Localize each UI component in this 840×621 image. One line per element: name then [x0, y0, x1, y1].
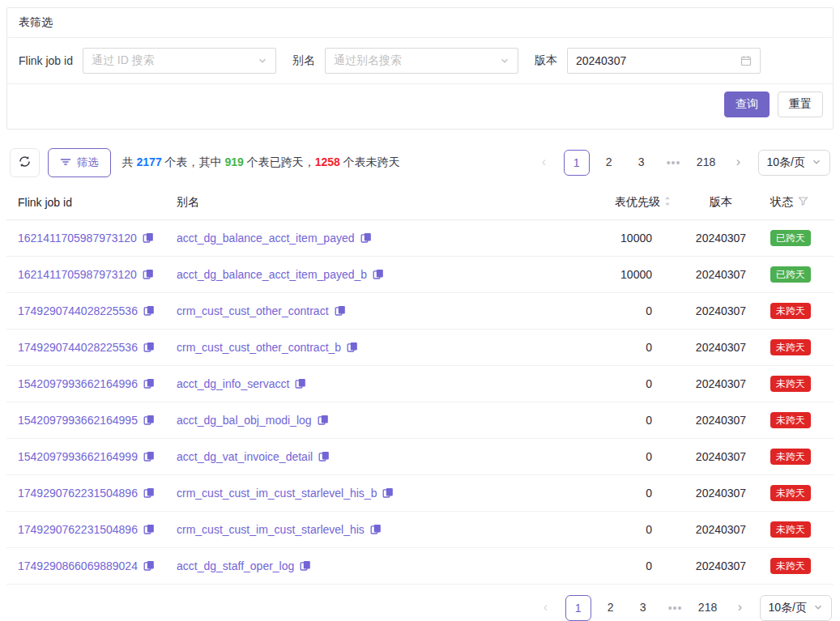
- column-priority-label: 表优先级: [615, 195, 660, 210]
- copy-job-id-icon[interactable]: [143, 305, 155, 317]
- copy-alias-icon[interactable]: [318, 415, 329, 426]
- job-id-link[interactable]: 1621411705987973120: [18, 232, 137, 245]
- priority-value: 0: [573, 439, 678, 475]
- version-label: 版本: [535, 53, 557, 68]
- job-id-link[interactable]: 1542097993662164996: [18, 377, 138, 390]
- table-row: 1749290762231504896 crm_cust_cust_im_cus…: [6, 512, 834, 548]
- job-id-link[interactable]: 1749290762231504896: [18, 523, 138, 536]
- page-button-last[interactable]: 218: [695, 595, 721, 621]
- pagination-bottom: ‹ 1 2 3 ••• 218 › 10条/页: [533, 595, 832, 621]
- alias-link[interactable]: acct_dg_info_servacct: [177, 377, 289, 390]
- column-priority[interactable]: 表优先级: [573, 185, 678, 220]
- page-size-select[interactable]: 10条/页: [758, 150, 830, 176]
- job-id-link[interactable]: 1542097993662164995: [18, 414, 138, 427]
- copy-alias-icon[interactable]: [318, 451, 330, 462]
- status-badge: 未跨天: [770, 485, 811, 501]
- job-id-link[interactable]: 1542097993662164999: [18, 450, 138, 463]
- copy-alias-icon[interactable]: [295, 378, 306, 389]
- copy-job-id-icon[interactable]: [143, 378, 155, 389]
- copy-job-id-icon[interactable]: [143, 451, 155, 462]
- next-page-button[interactable]: ›: [727, 595, 753, 621]
- page-button-last[interactable]: 218: [693, 150, 719, 176]
- job-id-link[interactable]: 1749290744028225536: [18, 341, 138, 354]
- page-button-1[interactable]: 1: [564, 150, 590, 176]
- page-button-2[interactable]: 2: [596, 150, 622, 176]
- copy-alias-icon[interactable]: [370, 524, 382, 535]
- page-button-2[interactable]: 2: [598, 595, 624, 621]
- alias-link[interactable]: crm_cust_cust_other_contract: [177, 304, 329, 317]
- job-id-link[interactable]: 1749290866069889024: [18, 559, 138, 572]
- copy-alias-icon[interactable]: [382, 487, 394, 499]
- refresh-button[interactable]: [10, 148, 40, 177]
- copy-alias-icon[interactable]: [300, 560, 311, 572]
- page-button-3[interactable]: 3: [630, 595, 656, 621]
- filter-fields-row: Flink job id 通过 ID 搜索 别名 通过别名搜索: [7, 38, 833, 84]
- status-badge: 未跨天: [770, 303, 811, 319]
- copy-job-id-icon[interactable]: [143, 342, 155, 353]
- page-button-3[interactable]: 3: [629, 150, 655, 176]
- filter-panel-title: 表筛选: [7, 8, 833, 38]
- status-badge: 未跨天: [770, 558, 811, 574]
- table-header-row: Flink job id 别名 表优先级 版本 状态: [6, 185, 834, 220]
- flink-job-id-select[interactable]: 通过 ID 搜索: [83, 48, 276, 74]
- copy-job-id-icon[interactable]: [143, 487, 155, 499]
- copy-job-id-icon[interactable]: [143, 560, 155, 572]
- reset-button[interactable]: 重置: [778, 91, 823, 117]
- version-value: 20240307: [678, 402, 759, 439]
- table-row: 1749290744028225536 crm_cust_cust_other_…: [6, 293, 834, 330]
- field-flink-job-id: Flink job id 通过 ID 搜索: [19, 48, 276, 74]
- copy-job-id-icon[interactable]: [143, 415, 155, 426]
- copy-job-id-icon[interactable]: [143, 269, 154, 280]
- page-ellipsis[interactable]: •••: [661, 156, 687, 169]
- priority-value: 0: [573, 366, 678, 402]
- filter-lines-icon: [60, 156, 71, 170]
- alias-link[interactable]: acct_dg_staff_oper_log: [177, 559, 294, 572]
- copy-alias-icon[interactable]: [373, 269, 384, 280]
- filter-button-label: 筛选: [77, 155, 99, 170]
- alias-link[interactable]: acct_dg_balance_acct_item_payed: [177, 232, 355, 245]
- alias-link[interactable]: crm_cust_cust_other_contract_b: [177, 341, 341, 354]
- version-date-value: 20240307: [576, 54, 740, 67]
- alias-select[interactable]: 通过别名搜索: [325, 48, 518, 74]
- table-body: 1621411705987973120 acct_dg_balance_acct…: [6, 220, 834, 585]
- alias-link[interactable]: crm_cust_cust_im_cust_starlevel_his: [177, 523, 365, 536]
- prev-page-button[interactable]: ‹: [531, 150, 557, 176]
- flink-job-id-placeholder: 通过 ID 搜索: [92, 53, 258, 68]
- copy-job-id-icon[interactable]: [143, 524, 155, 535]
- sorter-icon[interactable]: [663, 195, 672, 210]
- alias-link[interactable]: acct_dg_vat_invoice_detail: [177, 450, 313, 463]
- page-size-value: 10条/页: [767, 155, 805, 170]
- status-badge: 未跨天: [770, 521, 811, 538]
- copy-alias-icon[interactable]: [347, 342, 358, 353]
- copy-job-id-icon[interactable]: [143, 232, 154, 244]
- prev-page-button[interactable]: ‹: [533, 595, 559, 621]
- filter-button[interactable]: 筛选: [48, 148, 111, 177]
- alias-placeholder: 通过别名搜索: [334, 53, 500, 68]
- summary-prefix: 共: [122, 155, 137, 168]
- version-value: 20240307: [678, 220, 759, 257]
- job-id-link[interactable]: 1621411705987973120: [18, 268, 137, 281]
- search-button[interactable]: 查询: [724, 91, 770, 117]
- alias-label: 别名: [292, 53, 315, 68]
- priority-value: 0: [573, 330, 678, 366]
- alias-link[interactable]: acct_dg_bal_obj_modi_log: [177, 414, 312, 427]
- job-id-link[interactable]: 1749290744028225536: [18, 304, 138, 317]
- copy-alias-icon[interactable]: [360, 232, 372, 244]
- page-button-1[interactable]: 1: [565, 595, 591, 621]
- job-id-link[interactable]: 1749290762231504896: [18, 487, 138, 500]
- priority-value: 10000: [573, 220, 678, 257]
- table-row: 1749290744028225536 crm_cust_cust_other_…: [6, 330, 834, 366]
- version-date-input[interactable]: 20240307: [567, 48, 761, 74]
- column-status[interactable]: 状态: [759, 185, 834, 220]
- next-page-button[interactable]: ›: [726, 150, 752, 176]
- copy-alias-icon[interactable]: [335, 305, 346, 317]
- version-value: 20240307: [678, 366, 759, 402]
- column-filter-funnel-icon[interactable]: [798, 196, 808, 209]
- version-value: 20240307: [678, 439, 759, 475]
- alias-link[interactable]: acct_dg_balance_acct_item_payed_b: [177, 268, 367, 281]
- summary-not-crossed-count: 1258: [315, 155, 340, 168]
- page-size-select[interactable]: 10条/页: [760, 595, 832, 621]
- status-badge: 已跨天: [770, 230, 811, 246]
- page-ellipsis[interactable]: •••: [663, 602, 689, 615]
- alias-link[interactable]: crm_cust_cust_im_cust_starlevel_his_b: [177, 487, 377, 500]
